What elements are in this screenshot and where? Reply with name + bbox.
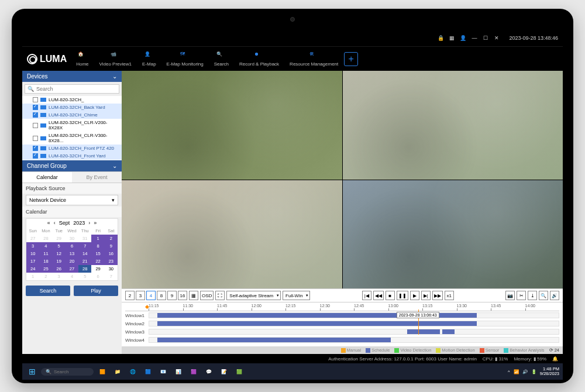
layout-4[interactable]: 4 [146,291,156,300]
start-button[interactable]: ⊞ [26,365,39,378]
nav-resource-management[interactable]: 🛠Resource Management [287,50,340,68]
cal-day[interactable]: 23 [105,257,118,265]
stream-select[interactable]: Self-adaptive Stream [226,291,281,300]
timeline-track[interactable] [149,337,559,343]
channel-group-header[interactable]: Channel Group ⌄ [22,160,122,171]
tab-by-event[interactable]: By Event [72,172,122,183]
tray-volume-icon[interactable]: 🔊 [522,369,528,374]
nav-search[interactable]: 🔍Search [212,50,231,68]
timeline-track[interactable] [149,329,559,335]
cal-day[interactable]: 11 [39,250,52,257]
cal-day[interactable]: 1 [91,235,104,242]
device-search-input[interactable] [36,86,116,92]
nav-record-playback[interactable]: ⏺Record & Playback [237,50,281,68]
taskbar-app-6[interactable]: 📊 [172,365,185,378]
prev-frame-icon[interactable]: |◀ [362,291,371,300]
cal-day[interactable]: 6 [91,273,104,280]
timeline-track[interactable] [149,321,559,326]
maximize-icon[interactable]: ☐ [482,35,488,42]
audio-icon[interactable]: 🔊 [550,291,559,300]
layout-custom-icon[interactable]: ▦ [189,291,198,300]
cal-prev-month[interactable]: ‹ [54,220,56,226]
cal-day[interactable]: 24 [26,265,39,273]
cal-day[interactable]: 5 [78,273,91,280]
cal-day[interactable]: 17 [26,257,39,265]
taskbar-app-1[interactable]: 🟧 [96,365,109,378]
fullscreen-icon[interactable]: ⛶ [215,291,225,300]
close-icon[interactable]: ✕ [493,35,500,42]
layout-8[interactable]: 8 [157,291,166,300]
cal-day[interactable]: 3 [26,242,39,250]
checkbox[interactable] [33,97,38,102]
cal-day[interactable]: 4 [66,273,78,280]
layout-3[interactable]: 3 [136,291,145,300]
cal-day[interactable]: 6 [66,242,78,250]
taskbar-search-input[interactable] [54,369,89,374]
minimize-icon[interactable]: — [471,35,477,42]
timeline-segment[interactable] [407,329,440,334]
cal-day[interactable]: 18 [39,257,52,265]
tab-calendar[interactable]: Calendar [22,172,72,183]
cal-day[interactable]: 15 [91,250,104,257]
next-frame-icon[interactable]: ▶| [421,291,431,300]
timeline-track[interactable] [149,312,559,318]
cal-day[interactable]: 27 [66,265,78,273]
zoom-icon[interactable]: 🔍 [539,291,548,300]
alert-icon[interactable]: 🔔 [552,356,558,362]
layout-2[interactable]: 2 [125,291,135,300]
cal-day[interactable]: 29 [53,235,66,242]
taskbar-app-8[interactable]: 💬 [202,365,215,378]
cal-next-year[interactable]: » [94,220,97,226]
timeline-24h-button[interactable]: ⟳ 24 [549,348,559,353]
tray-chevron-icon[interactable]: ^ [508,369,510,374]
checkbox[interactable] [33,136,38,141]
window-mode-select[interactable]: Full-Win [283,291,310,300]
cal-day[interactable]: 7 [105,273,118,280]
device-item[interactable]: LUM-820-32CH_CLR-V200-8X28X [22,119,122,132]
cal-day[interactable]: 4 [39,242,52,250]
video-pane-2[interactable] [343,71,563,180]
taskbar-app-2[interactable]: 📁 [111,365,124,378]
tray-battery-icon[interactable]: 🔋 [531,369,536,374]
cal-day[interactable]: 19 [53,257,66,265]
cal-day[interactable]: 16 [105,250,118,257]
checkbox[interactable] [33,123,38,128]
timeline-segment[interactable] [157,321,477,326]
taskbar-app-10[interactable]: 🟩 [233,365,246,378]
grid-icon[interactable]: ▦ [449,35,455,42]
checkbox[interactable] [33,153,38,159]
lock-icon[interactable]: 🔒 [438,35,444,42]
user-icon[interactable]: 👤 [460,35,466,42]
cal-day[interactable]: 1 [26,273,39,280]
timeline-segment[interactable] [442,329,455,334]
device-item[interactable]: LUM-820-32CH_CLR-V300-8X28... [22,132,122,145]
video-pane-1[interactable] [122,71,342,180]
cal-next-month[interactable]: › [88,220,90,226]
cal-day[interactable]: 5 [53,242,66,250]
taskbar-app-9[interactable]: 📝 [218,365,230,378]
taskbar-app-4[interactable]: 🟦 [142,365,154,378]
cal-prev-year[interactable]: « [47,220,50,226]
cal-day[interactable]: 25 [39,265,52,273]
nav-e-map-monitoring[interactable]: 🗺E-Map Monitoring [164,50,206,68]
playback-source-select[interactable]: Network Device▾ [26,195,118,205]
timeline-segment[interactable] [157,338,383,342]
cal-day[interactable]: 8 [91,242,104,250]
cal-day[interactable]: 27 [26,235,39,242]
device-item[interactable]: LUM-820-32CH_Back Yard [22,104,122,111]
cal-day[interactable]: 2 [39,273,52,280]
pause-icon[interactable]: ❚❚ [397,291,408,300]
timeline[interactable]: ◆ 11:1511:3011:4512:0012:1512:3012:4513:… [122,302,563,346]
cal-day[interactable]: 3 [53,273,66,280]
device-item[interactable]: LUM-820-32CH_Front Yard [22,152,122,160]
nav-home[interactable]: 🏠Home [74,50,91,68]
fast-forward-icon[interactable]: ▶▶ [432,291,443,300]
osd-button[interactable]: OSD [200,291,214,300]
clip-icon[interactable]: ✂ [517,291,526,300]
cal-day[interactable]: 7 [78,242,91,250]
devices-panel-header[interactable]: Devices ⌄ [22,71,122,82]
video-pane-3[interactable] [122,180,342,289]
cal-day[interactable]: 26 [53,265,66,273]
cal-day[interactable]: 29 [91,265,104,273]
cal-day[interactable]: 20 [66,257,78,265]
